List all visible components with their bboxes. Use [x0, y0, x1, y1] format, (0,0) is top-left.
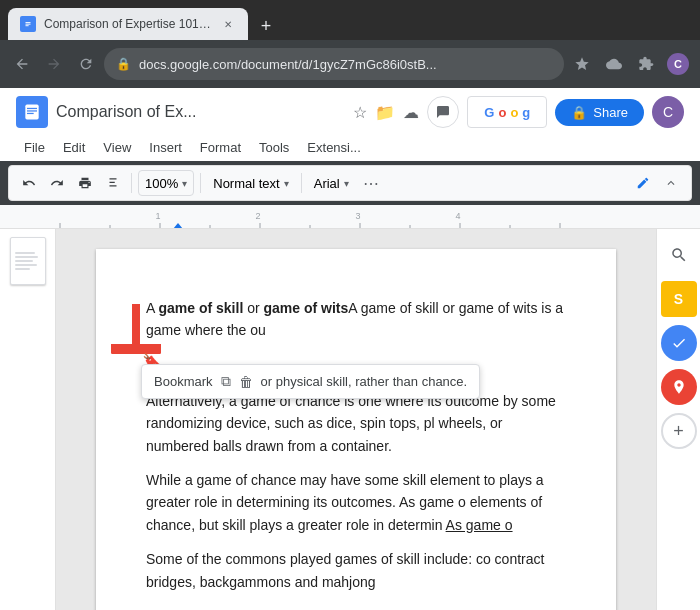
sidebar-left — [0, 229, 56, 610]
tasks-button[interactable] — [661, 325, 697, 361]
browser-frame: Comparison of Expertise 101 & ... ✕ + 🔒 … — [0, 0, 700, 610]
forward-button[interactable] — [40, 50, 68, 78]
user-avatar[interactable]: C — [652, 96, 684, 128]
first-para: A game of skill or game of witsA game of… — [146, 297, 566, 342]
doc-page: 🔖 A game of skill or game of witsA game … — [96, 249, 616, 610]
para-4: Some of the commons played games of skil… — [146, 548, 566, 593]
docs-header: Comparison of Ex... ☆ 📁 ☁ G o o g 🔒 S — [0, 88, 700, 161]
toolbar-divider-1 — [131, 173, 132, 193]
zoom-select[interactable]: 100% ▾ — [138, 170, 194, 196]
more-icon: ⋯ — [363, 174, 379, 193]
docs-title-row: Comparison of Ex... ☆ 📁 ☁ G o o g 🔒 S — [16, 96, 684, 134]
folder-icon[interactable]: 📁 — [375, 103, 395, 122]
new-tab-button[interactable]: + — [252, 12, 280, 40]
paint-format-button[interactable] — [101, 171, 125, 195]
menu-format[interactable]: Format — [192, 136, 249, 159]
lock-share-icon: 🔒 — [571, 105, 587, 120]
main-area: 🔖 A game of skill or game of witsA game … — [0, 229, 700, 610]
menu-bar: File Edit View Insert Format Tools Exten… — [16, 134, 684, 161]
underlined-text: As game o — [446, 517, 513, 533]
ruler-svg: 1 2 3 4 — [0, 205, 700, 229]
smart-compose-icon: S — [674, 291, 683, 307]
bold-text-1: game of skill — [158, 300, 243, 316]
save-to-drive-button[interactable] — [600, 50, 628, 78]
bookmark-star-button[interactable] — [568, 50, 596, 78]
share-label: Share — [593, 105, 628, 120]
svg-rect-6 — [27, 110, 37, 111]
font-dropdown-arrow: ▾ — [344, 178, 349, 189]
bookmark-label: Bookmark — [154, 374, 213, 389]
url-text: docs.google.com/document/d/1gycZ7mGc86i0… — [139, 57, 552, 72]
font-value: Arial — [314, 176, 340, 191]
comment-button[interactable] — [427, 96, 459, 128]
collapse-button[interactable] — [659, 171, 683, 195]
copy-bookmark-button[interactable]: ⧉ — [221, 373, 231, 390]
para-4-text: Some of the commons played games of skil… — [146, 551, 544, 589]
page-lines — [11, 248, 45, 274]
style-dropdown-arrow: ▾ — [284, 178, 289, 189]
zoom-dropdown-arrow: ▾ — [182, 178, 187, 189]
svg-rect-2 — [26, 24, 31, 25]
svg-rect-8 — [0, 205, 700, 229]
refresh-button[interactable] — [72, 50, 100, 78]
meet-button[interactable]: G o o g — [467, 96, 547, 128]
docs-app-icon — [16, 96, 48, 128]
bookmark-suffix-text: or physical skill, rather than chance. — [261, 374, 468, 389]
zoom-value: 100% — [145, 176, 178, 191]
edit-mode-button[interactable] — [631, 171, 655, 195]
sidebar-right: S + — [656, 229, 700, 610]
toolbar-divider-2 — [200, 173, 201, 193]
page-thumbnail[interactable] — [10, 237, 46, 285]
add-addon-button[interactable]: + — [661, 413, 697, 449]
nav-actions: C — [568, 50, 692, 78]
menu-view[interactable]: View — [95, 136, 139, 159]
style-select[interactable]: Normal text ▾ — [207, 170, 294, 196]
extensions-button[interactable] — [632, 50, 660, 78]
undo-button[interactable] — [17, 171, 41, 195]
para-2: Alternatively, a game of chance is one w… — [146, 390, 566, 457]
svg-text:4: 4 — [455, 211, 460, 221]
svg-text:2: 2 — [255, 211, 260, 221]
redo-button[interactable] — [45, 171, 69, 195]
svg-text:3: 3 — [355, 211, 360, 221]
delete-bookmark-button[interactable]: 🗑 — [239, 374, 253, 390]
svg-rect-3 — [26, 25, 29, 26]
menu-extensions[interactable]: Extensi... — [299, 136, 368, 159]
profile-button[interactable]: C — [664, 50, 692, 78]
smart-compose-button[interactable]: S — [661, 281, 697, 317]
svg-rect-1 — [26, 22, 31, 23]
menu-file[interactable]: File — [16, 136, 53, 159]
cloud-icon[interactable]: ☁ — [403, 103, 419, 122]
doc-title[interactable]: Comparison of Ex... — [56, 103, 345, 121]
svg-text:1: 1 — [155, 211, 160, 221]
svg-rect-4 — [25, 105, 38, 120]
plus-icon: + — [673, 421, 684, 442]
star-icon[interactable]: ☆ — [353, 103, 367, 122]
nav-bar: 🔒 docs.google.com/document/d/1gycZ7mGc86… — [0, 40, 700, 88]
title-icons: ☆ 📁 ☁ — [353, 103, 419, 122]
toolbar-divider-3 — [301, 173, 302, 193]
menu-tools[interactable]: Tools — [251, 136, 297, 159]
back-button[interactable] — [8, 50, 36, 78]
svg-rect-5 — [27, 108, 37, 109]
menu-insert[interactable]: Insert — [141, 136, 190, 159]
address-bar[interactable]: 🔒 docs.google.com/document/d/1gycZ7mGc86… — [104, 48, 564, 80]
print-button[interactable] — [73, 171, 97, 195]
font-select[interactable]: Arial ▾ — [308, 170, 355, 196]
tab-close-button[interactable]: ✕ — [220, 16, 236, 32]
format-toolbar: 100% ▾ Normal text ▾ Arial ▾ ⋯ — [8, 165, 692, 201]
menu-edit[interactable]: Edit — [55, 136, 93, 159]
para-2-text: Alternatively, a game of chance is one w… — [146, 393, 556, 454]
doc-area[interactable]: 🔖 A game of skill or game of witsA game … — [56, 229, 656, 610]
active-tab[interactable]: Comparison of Expertise 101 & ... ✕ — [8, 8, 248, 40]
tab-favicon — [20, 16, 36, 32]
maps-button[interactable] — [661, 369, 697, 405]
tab-bar: Comparison of Expertise 101 & ... ✕ + — [0, 0, 700, 40]
bookmark-tooltip: Bookmark ⧉ 🗑 or physical skill, rather t… — [141, 364, 480, 399]
bold-text-2: game of wits — [264, 300, 349, 316]
lock-icon: 🔒 — [116, 57, 131, 71]
more-options-button[interactable]: ⋯ — [359, 171, 383, 195]
share-button[interactable]: 🔒 Share — [555, 99, 644, 126]
para-3: While a game of chance may have some ski… — [146, 469, 566, 536]
explore-button[interactable] — [661, 237, 697, 273]
